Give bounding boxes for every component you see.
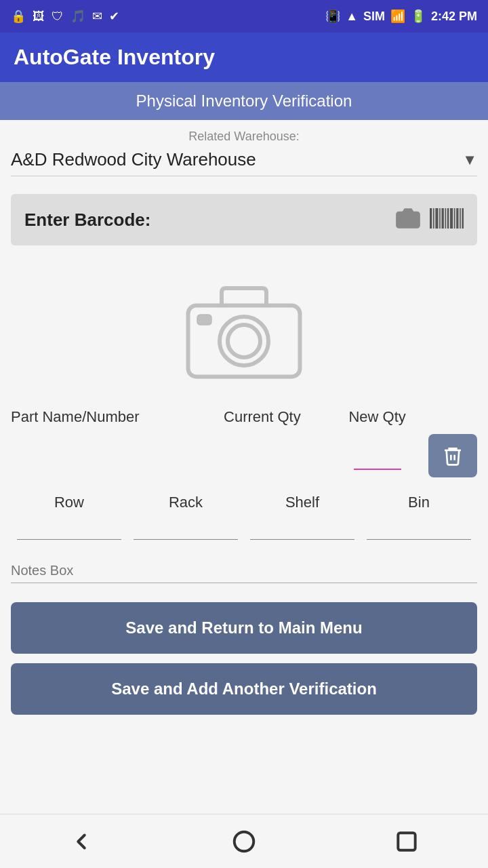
svg-rect-2 bbox=[433, 208, 434, 229]
row-input[interactable] bbox=[17, 517, 122, 540]
notes-input[interactable] bbox=[11, 559, 477, 583]
bottom-nav bbox=[0, 814, 488, 868]
camera-large-icon bbox=[183, 277, 305, 388]
status-bar: 🔒 🖼 🛡 🎵 ✉ ✔ 📳 ▲ SIM 📶 🔋 2:42 PM bbox=[0, 0, 488, 33]
new-qty-cell bbox=[326, 442, 428, 470]
barcode-icon[interactable] bbox=[430, 206, 464, 233]
check-icon: ✔ bbox=[109, 9, 119, 24]
rack-col: Rack bbox=[127, 494, 244, 540]
camera-icon[interactable] bbox=[396, 206, 420, 233]
barcode-container[interactable]: Enter Barcode: bbox=[11, 194, 477, 245]
warehouse-label: Related Warehouse: bbox=[11, 130, 477, 144]
location-row: Row Rack Shelf Bin bbox=[11, 481, 477, 540]
status-icons-left: 🔒 🖼 🛡 🎵 ✉ ✔ bbox=[11, 9, 119, 24]
row-label: Row bbox=[54, 494, 84, 511]
svg-rect-16 bbox=[197, 315, 211, 325]
main-content: Related Warehouse: A&D Redwood City Ware… bbox=[0, 120, 488, 814]
shelf-input[interactable] bbox=[250, 517, 355, 540]
svg-rect-11 bbox=[460, 208, 461, 229]
app-title: AutoGate Inventory bbox=[14, 45, 474, 70]
warehouse-section: Related Warehouse: A&D Redwood City Ware… bbox=[11, 120, 477, 183]
svg-rect-10 bbox=[456, 208, 458, 229]
sim-icon: SIM bbox=[363, 9, 385, 24]
svg-rect-12 bbox=[462, 208, 464, 229]
svg-rect-6 bbox=[445, 208, 447, 229]
warehouse-divider bbox=[11, 176, 477, 176]
new-qty-input[interactable] bbox=[354, 442, 401, 470]
table-header: Part Name/Number Current Qty New Qty bbox=[11, 401, 477, 430]
recents-button[interactable] bbox=[394, 829, 420, 854]
signal-icon: 📶 bbox=[390, 9, 405, 24]
row-col: Row bbox=[11, 494, 127, 540]
barcode-label: Enter Barcode: bbox=[24, 210, 150, 231]
bin-col: Bin bbox=[361, 494, 477, 540]
rack-label: Rack bbox=[169, 494, 203, 511]
app-bar: AutoGate Inventory bbox=[0, 33, 488, 82]
wifi-icon: ▲ bbox=[346, 9, 358, 24]
current-qty-header: Current Qty bbox=[199, 408, 327, 426]
warehouse-name: A&D Redwood City Warehouse bbox=[11, 149, 256, 170]
save-add-button[interactable]: Save and Add Another Verification bbox=[11, 663, 477, 715]
barcode-icons bbox=[396, 206, 464, 233]
vibrate-icon: 📳 bbox=[325, 9, 340, 24]
time-display: 2:42 PM bbox=[431, 9, 477, 24]
chevron-down-icon: ▼ bbox=[462, 151, 477, 169]
svg-rect-3 bbox=[435, 208, 438, 229]
delete-cell bbox=[428, 434, 477, 477]
lock-icon: 🔒 bbox=[11, 9, 26, 24]
svg-rect-7 bbox=[447, 208, 449, 229]
svg-rect-4 bbox=[439, 208, 441, 229]
delete-button[interactable] bbox=[428, 434, 477, 477]
battery-icon: 🔋 bbox=[411, 9, 426, 24]
svg-rect-8 bbox=[450, 208, 453, 229]
status-icons-right: 📳 ▲ SIM 📶 🔋 2:42 PM bbox=[325, 9, 477, 24]
svg-rect-9 bbox=[454, 208, 455, 229]
camera-placeholder bbox=[11, 256, 477, 401]
shelf-col: Shelf bbox=[244, 494, 361, 540]
svg-rect-1 bbox=[430, 208, 432, 229]
shelf-label: Shelf bbox=[285, 494, 319, 511]
svg-point-0 bbox=[404, 216, 412, 224]
svg-rect-5 bbox=[442, 208, 444, 229]
audio-icon: 🎵 bbox=[70, 9, 85, 24]
save-main-button[interactable]: Save and Return to Main Menu bbox=[11, 602, 477, 654]
mail-icon: ✉ bbox=[92, 9, 102, 24]
svg-rect-20 bbox=[398, 833, 415, 850]
bin-input[interactable] bbox=[367, 517, 472, 540]
sub-header-title: Physical Inventory Verification bbox=[136, 92, 352, 110]
wifi-shield-icon: 🛡 bbox=[52, 9, 64, 24]
notes-section bbox=[11, 559, 477, 583]
warehouse-selector[interactable]: A&D Redwood City Warehouse ▼ bbox=[11, 146, 477, 173]
sub-header: Physical Inventory Verification bbox=[0, 82, 488, 120]
image-icon: 🖼 bbox=[33, 9, 45, 24]
part-name-header: Part Name/Number bbox=[11, 408, 199, 426]
svg-point-19 bbox=[235, 831, 254, 851]
bin-label: Bin bbox=[408, 494, 430, 511]
inventory-data-row bbox=[11, 430, 477, 481]
new-qty-header: New Qty bbox=[326, 408, 428, 426]
back-button[interactable] bbox=[68, 829, 94, 854]
rack-input[interactable] bbox=[134, 517, 239, 540]
home-button[interactable] bbox=[231, 829, 257, 854]
svg-point-15 bbox=[228, 325, 260, 357]
